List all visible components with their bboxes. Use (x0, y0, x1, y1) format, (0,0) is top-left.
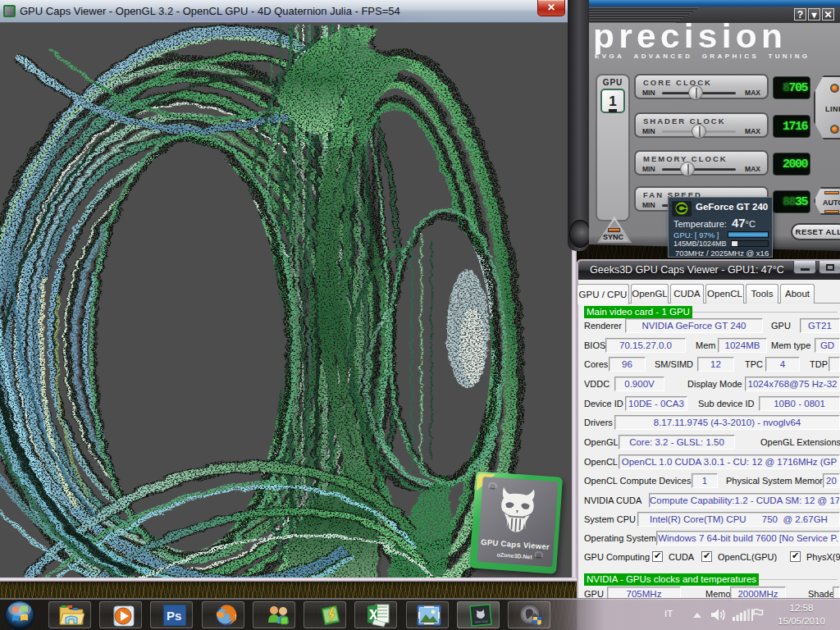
svg-text:Ps: Ps (167, 609, 181, 623)
